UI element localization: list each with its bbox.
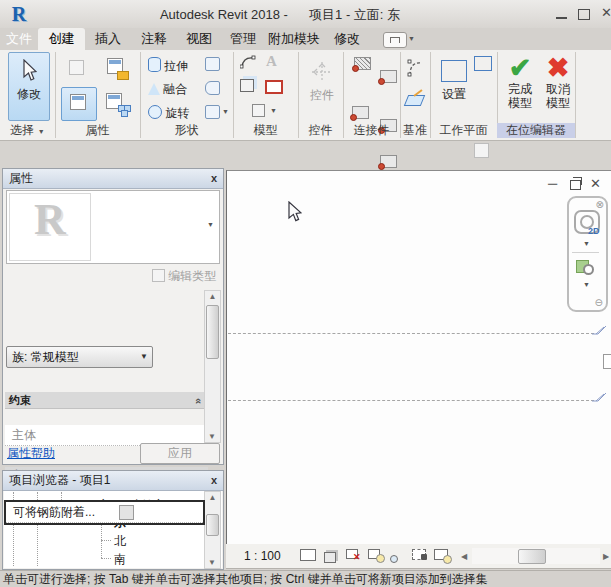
void-forms-button[interactable] bbox=[205, 105, 220, 119]
scroll-down-icon[interactable]: ▼ bbox=[208, 558, 216, 567]
crop-view-icon[interactable] bbox=[412, 549, 428, 563]
scrollbar-thumb[interactable] bbox=[518, 549, 546, 564]
wheel-dropdown-icon[interactable]: ▼ bbox=[583, 240, 590, 247]
scroll-up-icon[interactable]: ▲ bbox=[205, 292, 220, 301]
panel-label-select[interactable]: 选择 ▼ bbox=[0, 123, 55, 138]
component-icon[interactable] bbox=[240, 79, 254, 92]
rebar-checkbox[interactable] bbox=[119, 505, 134, 520]
set-workplane-button[interactable]: 设置 bbox=[434, 53, 474, 121]
pipe-connector-button[interactable] bbox=[380, 70, 397, 83]
tab-manage[interactable]: 管理 bbox=[223, 28, 263, 50]
type-selector-dropdown-icon[interactable]: ▼ bbox=[207, 221, 214, 228]
cancel-model-button[interactable]: ✖ 取消模型 bbox=[540, 53, 576, 121]
level-head-1[interactable] bbox=[592, 324, 608, 335]
tab-addins[interactable]: 附加模块 bbox=[265, 28, 323, 50]
family-preview-image: R bbox=[34, 195, 66, 244]
scroll-down-icon[interactable]: ▼ bbox=[208, 432, 216, 441]
properties-palette-header[interactable]: 属性 x bbox=[3, 169, 223, 189]
level-line-1[interactable] bbox=[228, 333, 594, 334]
revolve-icon bbox=[148, 105, 162, 119]
ribbon-minimize-caret-icon[interactable]: ▼ bbox=[408, 35, 415, 42]
project-browser-header[interactable]: 项目浏览器 - 项目1 x bbox=[3, 471, 223, 491]
tab-insert[interactable]: 插入 bbox=[88, 28, 128, 50]
browser-scrollbar[interactable]: ▲ ▼ bbox=[204, 491, 221, 569]
blend-button[interactable]: 融合 bbox=[148, 81, 187, 98]
project-browser-close-icon[interactable]: x bbox=[211, 471, 217, 490]
document-title: 项目1 - 立面: 东 bbox=[309, 7, 400, 22]
tab-create[interactable]: 创建 bbox=[38, 28, 85, 50]
blend-icon bbox=[148, 83, 160, 95]
sun-path-off-icon[interactable]: ✕ bbox=[346, 549, 362, 563]
reveal-hidden-elements-icon[interactable] bbox=[434, 549, 450, 563]
swept-blend-button[interactable] bbox=[205, 81, 220, 95]
tree-node-south[interactable]: 南 bbox=[114, 551, 126, 568]
family-combo[interactable]: 族: 常规模型 ▼ bbox=[6, 346, 153, 368]
tab-modify[interactable]: 修改 bbox=[327, 28, 367, 50]
hscroll-left-icon[interactable]: ◀ bbox=[461, 552, 467, 561]
navigation-bar[interactable]: ⊗ 2D ▼ ▼ ⊖ bbox=[567, 196, 608, 312]
family-combo-dropdown-icon[interactable]: ▼ bbox=[140, 347, 148, 367]
modify-button[interactable]: 修改 bbox=[8, 52, 50, 121]
type-selector[interactable]: R ▼ bbox=[6, 190, 220, 264]
properties-palette-toggle-button[interactable] bbox=[61, 87, 97, 121]
conduit-connector-button[interactable] bbox=[380, 155, 397, 168]
revolve-button[interactable]: 旋转 bbox=[148, 105, 189, 122]
scrollbar-thumb[interactable] bbox=[206, 305, 219, 359]
section-header-constraints[interactable]: 约束 « bbox=[5, 392, 208, 409]
reference-line-button[interactable] bbox=[406, 58, 424, 82]
property-row-rebar-host[interactable]: 可将钢筋附着... bbox=[6, 502, 203, 523]
panel-label-connector: 连接件 bbox=[343, 123, 400, 138]
window-minimize-icon[interactable] bbox=[556, 17, 567, 19]
navbar-collapse-icon[interactable]: ⊖ bbox=[595, 297, 603, 308]
control-button: 控件 bbox=[303, 55, 341, 119]
wheel-2d-label: 2D bbox=[588, 226, 600, 236]
detail-level-icon[interactable] bbox=[300, 549, 316, 563]
visual-style-icon[interactable] bbox=[323, 549, 339, 563]
reference-plane-button[interactable] bbox=[406, 95, 423, 106]
hscroll-right-icon[interactable]: ▶ bbox=[603, 552, 609, 561]
panel-label-inplace-editor: 在位编辑器 bbox=[497, 123, 575, 138]
temporary-hide-isolate-icon[interactable] bbox=[390, 549, 406, 563]
select-dropdown-icon[interactable]: ▼ bbox=[38, 128, 45, 135]
opening-button[interactable] bbox=[265, 80, 283, 94]
scroll-up-icon[interactable]: ▲ bbox=[205, 493, 220, 502]
model-group-dropdown-icon[interactable]: ▼ bbox=[270, 107, 277, 114]
view-window-close-icon[interactable]: ✕ bbox=[590, 176, 601, 191]
show-workplane-button[interactable] bbox=[474, 56, 492, 71]
view-window-restore-icon[interactable] bbox=[570, 180, 581, 190]
tab-file[interactable]: 文件 bbox=[0, 28, 38, 50]
level-head-2[interactable] bbox=[592, 391, 608, 402]
properties-close-icon[interactable]: x bbox=[211, 169, 217, 188]
window-maximize-icon[interactable] bbox=[578, 9, 590, 20]
properties-scrollbar[interactable]: ▲ ▼ bbox=[204, 290, 221, 443]
model-line-button[interactable] bbox=[240, 55, 256, 73]
model-group-button[interactable] bbox=[252, 103, 265, 121]
level-line-2[interactable] bbox=[228, 400, 594, 401]
sweep-button[interactable] bbox=[205, 57, 220, 71]
window-close-icon[interactable]: ✕ bbox=[601, 5, 611, 20]
properties-help-link[interactable]: 属性帮助 bbox=[7, 445, 55, 462]
family-types-button[interactable] bbox=[98, 52, 136, 87]
navbar-close-icon[interactable]: ⊗ bbox=[596, 199, 604, 210]
view-window-minimize-icon[interactable]: ─ bbox=[548, 176, 557, 191]
ribbon-minimize-button[interactable] bbox=[383, 32, 407, 48]
drawing-area[interactable] bbox=[226, 170, 611, 546]
shadows-off-icon[interactable] bbox=[368, 549, 384, 563]
void-forms-dropdown-icon[interactable]: ▼ bbox=[222, 108, 229, 115]
title-bar: R Autodesk Revit 2018 - 项目1 - 立面: 东 ✕ bbox=[0, 0, 611, 28]
zoom-dropdown-icon[interactable]: ▼ bbox=[583, 281, 590, 288]
scrollbar-thumb[interactable] bbox=[206, 514, 219, 536]
finish-model-button[interactable]: ✔ 完成模型 bbox=[502, 53, 538, 121]
scale-button[interactable]: 1 : 100 bbox=[244, 549, 281, 563]
family-category-parameters-button[interactable] bbox=[98, 87, 136, 121]
electrical-connector-button[interactable] bbox=[354, 57, 371, 70]
apply-button: 应用 bbox=[140, 443, 220, 464]
extrude-button[interactable]: 拉伸 bbox=[148, 57, 188, 75]
horizontal-scrollbar[interactable] bbox=[472, 548, 600, 564]
workplane-grid-icon bbox=[441, 60, 467, 82]
tab-annotate[interactable]: 注释 bbox=[133, 28, 175, 50]
duct-connector-button[interactable] bbox=[352, 106, 369, 119]
tab-view[interactable]: 视图 bbox=[179, 28, 219, 50]
level-tag-partial[interactable] bbox=[603, 354, 611, 369]
tree-node-north[interactable]: 北 bbox=[114, 533, 126, 550]
